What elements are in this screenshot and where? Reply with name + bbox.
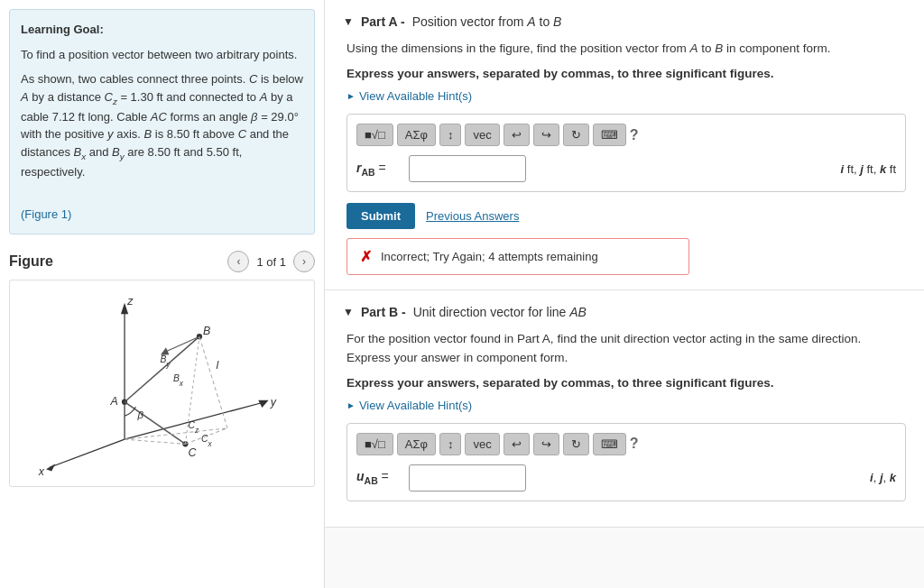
part-a-submit-button[interactable]: Submit bbox=[346, 203, 415, 229]
part-b-header[interactable]: ▼ Part B - Unit direction vector for lin… bbox=[343, 305, 906, 319]
hint-a-arrow: ► bbox=[346, 91, 356, 101]
part-b-input-area: ■√□ ΑΣφ ↕ vec ↩ ↪ ↻ ⌨ ? uAB = i, j bbox=[346, 423, 906, 501]
part-a-collapse-arrow[interactable]: ▼ bbox=[343, 15, 354, 28]
toolbar-vec-button[interactable]: vec bbox=[465, 124, 499, 146]
toolbar-b-refresh-button[interactable]: ↻ bbox=[563, 433, 589, 455]
part-a-problem-text: Using the dimensions in the figure, find… bbox=[346, 40, 906, 58]
toolbar-b-arrow-button[interactable]: ↕ bbox=[439, 433, 462, 455]
part-a-prev-answers-button[interactable]: Previous Answers bbox=[426, 209, 519, 223]
part-a-units: i ft, j ft, k ft bbox=[841, 162, 896, 176]
svg-text:y: y bbox=[270, 396, 277, 409]
part-a-body: Using the dimensions in the figure, find… bbox=[343, 40, 906, 275]
hint-b-arrow: ► bbox=[346, 400, 356, 410]
toolbar-refresh-button[interactable]: ↻ bbox=[563, 124, 589, 146]
part-b-label: Part B - bbox=[361, 305, 406, 319]
learning-goal-box: Learning Goal: To find a position vector… bbox=[9, 9, 315, 234]
part-b-units: i, j, k bbox=[870, 471, 896, 484]
part-b-input[interactable] bbox=[409, 464, 526, 492]
figure-image: z y x A B C bbox=[9, 280, 315, 487]
toolbar-arrow-button[interactable]: ↕ bbox=[439, 124, 462, 146]
part-a-label: Part A - bbox=[361, 14, 405, 29]
toolbar-b-radical-button[interactable]: ■√□ bbox=[356, 433, 393, 455]
svg-text:x: x bbox=[38, 465, 45, 478]
learning-goal-text1: To find a position vector between two ar… bbox=[21, 46, 303, 64]
error-icon: ✗ bbox=[360, 248, 372, 265]
part-a-action-row: Submit Previous Answers bbox=[346, 203, 906, 229]
part-a-toolbar: ■√□ ΑΣφ ↕ vec ↩ ↪ ↻ ⌨ ? bbox=[356, 124, 896, 146]
figure-svg: z y x A B C bbox=[10, 280, 314, 486]
figure-nav-count: 1 of 1 bbox=[256, 255, 286, 269]
part-b-collapse-arrow[interactable]: ▼ bbox=[343, 306, 354, 318]
svg-rect-0 bbox=[22, 280, 302, 486]
toolbar-b-vec-button[interactable]: vec bbox=[465, 433, 499, 455]
part-a-header[interactable]: ▼ Part A - Position vector from A to B bbox=[343, 14, 906, 29]
part-a-section: ▼ Part A - Position vector from A to B U… bbox=[325, 0, 924, 290]
part-a-instruction: Express your answers, separated by comma… bbox=[346, 67, 906, 80]
toolbar-radical-button[interactable]: ■√□ bbox=[356, 124, 393, 146]
toolbar-redo-button[interactable]: ↪ bbox=[533, 124, 559, 146]
part-a-eq-label: rAB = bbox=[356, 161, 402, 178]
toolbar-undo-button[interactable]: ↩ bbox=[504, 124, 530, 146]
toolbar-help-button[interactable]: ? bbox=[630, 127, 639, 143]
svg-text:A: A bbox=[110, 395, 118, 408]
part-a-error-box: ✗ Incorrect; Try Again; 4 attempts remai… bbox=[346, 238, 689, 275]
figure-section: Figure ‹ 1 of 1 › z y bbox=[0, 243, 324, 494]
toolbar-b-sigma-button[interactable]: ΑΣφ bbox=[397, 433, 436, 455]
part-b-body: For the position vector found in Part A,… bbox=[343, 330, 906, 501]
part-a-input-area: ■√□ ΑΣφ ↕ vec ↩ ↪ ↻ ⌨ ? rAB = i ft bbox=[346, 114, 906, 192]
part-a-equation-row: rAB = i ft, j ft, k ft bbox=[356, 155, 896, 182]
part-b-equation-row: uAB = i, j, k bbox=[356, 464, 896, 492]
figure-header: Figure ‹ 1 of 1 › bbox=[9, 251, 315, 272]
toolbar-b-help-button[interactable]: ? bbox=[630, 436, 639, 452]
learning-goal-text2: As shown, two cables connect three point… bbox=[21, 70, 303, 180]
part-b-eq-label: uAB = bbox=[356, 469, 402, 486]
left-panel: Learning Goal: To find a position vector… bbox=[0, 0, 325, 588]
svg-text:z: z bbox=[126, 295, 134, 308]
right-panel: ▼ Part A - Position vector from A to B U… bbox=[325, 0, 924, 588]
toolbar-keyboard-button[interactable]: ⌨ bbox=[593, 124, 626, 146]
part-b-toolbar: ■√□ ΑΣφ ↕ vec ↩ ↪ ↻ ⌨ ? bbox=[356, 433, 896, 455]
figure-link[interactable]: (Figure 1) bbox=[21, 207, 71, 221]
part-b-hint-link[interactable]: ► View Available Hint(s) bbox=[346, 399, 906, 412]
part-b-instruction: Express your answers, separated by comma… bbox=[346, 376, 906, 390]
toolbar-b-keyboard-button[interactable]: ⌨ bbox=[593, 433, 626, 455]
figure-nav: ‹ 1 of 1 › bbox=[227, 251, 315, 272]
learning-goal-title: Learning Goal: bbox=[21, 21, 303, 39]
toolbar-sigma-button[interactable]: ΑΣφ bbox=[397, 124, 436, 146]
figure-title: Figure bbox=[9, 253, 53, 270]
toolbar-b-redo-button[interactable]: ↪ bbox=[533, 433, 559, 455]
svg-text:β: β bbox=[137, 410, 144, 421]
part-b-problem-text: For the position vector found in Part A,… bbox=[346, 330, 906, 367]
toolbar-b-undo-button[interactable]: ↩ bbox=[504, 433, 530, 455]
part-b-section: ▼ Part B - Unit direction vector for lin… bbox=[325, 290, 924, 528]
prev-figure-button[interactable]: ‹ bbox=[227, 251, 249, 272]
part-b-desc: Unit direction vector for line AB bbox=[413, 305, 587, 319]
svg-text:B: B bbox=[203, 326, 210, 338]
next-figure-button[interactable]: › bbox=[293, 251, 315, 272]
part-a-desc: Position vector from A to B bbox=[412, 14, 562, 29]
svg-text:C: C bbox=[189, 446, 198, 459]
part-a-input[interactable] bbox=[409, 155, 526, 182]
part-a-hint-link[interactable]: ► View Available Hint(s) bbox=[346, 89, 906, 103]
part-a-error-text: Incorrect; Try Again; 4 attempts remaini… bbox=[381, 250, 598, 263]
